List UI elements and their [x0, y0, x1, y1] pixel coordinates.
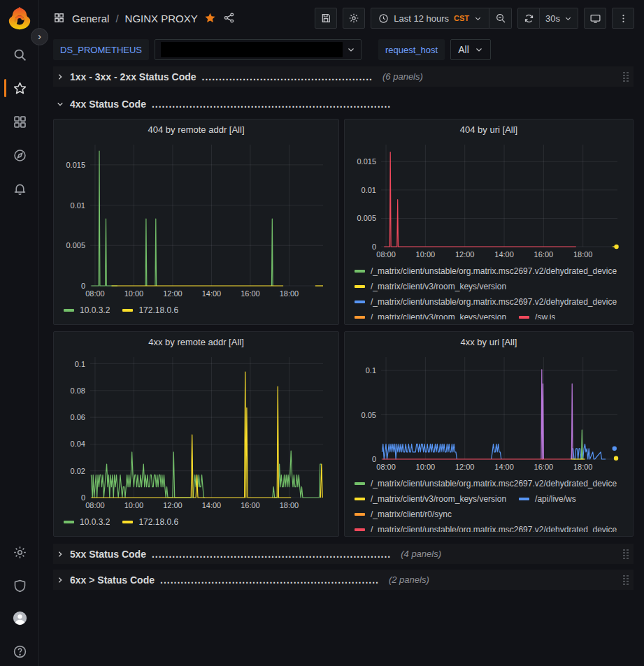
refresh-interval-label: 30s [545, 13, 560, 24]
svg-text:08:00: 08:00 [85, 501, 105, 509]
legend-swatch [355, 316, 365, 319]
panel-title[interactable]: 4xx by uri [All] [350, 335, 627, 352]
row-title-dots: ........................................… [152, 549, 391, 560]
legend-label: /_matrix/client/v3/room_keys/version [371, 282, 506, 291]
row-drag-handle[interactable] [622, 574, 629, 586]
dashboard-settings-button[interactable] [343, 8, 365, 29]
chevron-down-icon [564, 15, 572, 22]
save-dashboard-button[interactable] [315, 8, 337, 29]
panel-404-by-remote-addr: 404 by remote addr [All] 08:0010:0012:00… [53, 119, 339, 325]
row-panel-count: (6 panels) [382, 71, 423, 82]
svg-text:0: 0 [81, 493, 85, 502]
row-header-4xx[interactable]: 4xx Status Code ........................… [53, 94, 634, 114]
legend-item[interactable]: /_matrix/client/v3/room_keys/version [355, 491, 506, 506]
timeseries-chart[interactable]: 08:0010:0012:0014:0016:0018:0000.0050.01… [350, 139, 627, 261]
row-header-6xx[interactable]: 6xx > Status Code ......................… [53, 570, 634, 590]
refresh-icon[interactable] [517, 8, 540, 29]
legend-swatch [355, 482, 365, 485]
row-header-1xx-3xx-2xx[interactable]: 1xx - 3xx - 2xx Status Code ............… [53, 66, 634, 87]
refresh-interval-picker[interactable]: 30s [540, 8, 578, 29]
legend-item[interactable]: /sw.js [519, 310, 555, 319]
row-drag-handle[interactable] [622, 549, 629, 560]
legend-item[interactable]: /_matrix/client/unstable/org.matrix.msc2… [355, 294, 617, 309]
legend-swatch [519, 316, 529, 319]
zoom-out-time-button[interactable] [489, 8, 512, 29]
legend-swatch [519, 498, 529, 500]
legend-item[interactable]: 172.18.0.6 [122, 303, 178, 317]
sidebar: › [0, 0, 39, 666]
svg-text:18:00: 18:00 [573, 463, 593, 471]
favorite-star-icon[interactable] [204, 12, 217, 24]
svg-text:0.1: 0.1 [75, 360, 85, 368]
request-host-variable-label: request_host [378, 39, 445, 60]
timeseries-chart[interactable]: 08:0010:0012:0014:0016:0018:0000.050.1 [350, 352, 627, 473]
panel-title[interactable]: 404 by remote addr [All] [59, 122, 333, 139]
help-icon[interactable] [11, 643, 28, 660]
svg-text:12:00: 12:00 [455, 463, 475, 471]
timeseries-chart[interactable]: 08:0010:0012:0014:0016:0018:0000.020.040… [59, 352, 333, 512]
row-panel-count: (4 panels) [401, 549, 441, 559]
datasource-variable-label: DS_PROMETHEUS [53, 39, 149, 60]
apps-grid-icon [53, 12, 66, 24]
dashboard-header: General / NGINX PROXY Last 12 hours CST [39, 0, 644, 36]
svg-text:14:00: 14:00 [494, 250, 514, 259]
panel-title[interactable]: 404 by uri [All] [350, 122, 627, 139]
alerting-bell-icon[interactable] [11, 180, 28, 197]
timezone-label: CST [454, 14, 469, 22]
request-host-variable-select[interactable]: All [450, 39, 491, 60]
legend-item[interactable]: /_matrix/client/unstable/org.matrix.msc2… [355, 476, 617, 491]
explore-compass-icon[interactable] [11, 147, 28, 164]
legend-item[interactable]: /_matrix/client/v3/room_keys/version [355, 310, 506, 319]
server-admin-shield-icon[interactable] [11, 577, 28, 594]
timeseries-chart[interactable]: 08:0010:0012:0014:0016:0018:0000.0050.01… [59, 139, 333, 300]
tv-mode-button[interactable] [584, 8, 606, 29]
row-title-dots: ........................................… [152, 99, 391, 110]
legend-item[interactable]: 172.18.0.6 [122, 514, 178, 529]
legend-swatch [355, 285, 365, 288]
legend-swatch [64, 521, 74, 523]
expand-menu-button[interactable]: › [31, 28, 48, 45]
svg-text:18:00: 18:00 [280, 289, 299, 298]
datasource-variable-select[interactable] [155, 39, 362, 60]
svg-text:14:00: 14:00 [202, 501, 222, 509]
panel-legend: 10.0.3.2172.18.0.6 [59, 300, 333, 317]
breadcrumb-dashboard-title[interactable]: NGINX PROXY [125, 13, 198, 24]
row-title: 6xx > Status Code [70, 574, 155, 586]
legend-item[interactable]: /_matrix/client/v3/room_keys/version [355, 279, 506, 294]
legend-label: 10.0.3.2 [80, 305, 110, 315]
chart-svg: 08:0010:0012:0014:0016:0018:0000.020.040… [59, 352, 333, 512]
svg-text:0.015: 0.015 [357, 157, 376, 166]
legend-item[interactable]: /api/live/ws [519, 491, 576, 506]
panel-legend: /_matrix/client/unstable/org.matrix.msc2… [350, 261, 627, 319]
svg-text:0: 0 [372, 455, 376, 463]
svg-text:16:00: 16:00 [534, 250, 554, 259]
legend-item[interactable]: /_matrix/client/unstable/org.matrix.msc2… [355, 522, 617, 532]
legend-item[interactable]: /_matrix/client/unstable/org.matrix.msc2… [355, 263, 617, 278]
svg-text:12:00: 12:00 [455, 250, 475, 259]
user-avatar[interactable] [11, 609, 28, 626]
panel-title[interactable]: 4xx by remote addr [All] [59, 335, 333, 352]
configuration-gear-icon[interactable] [11, 544, 28, 560]
legend-label: /_matrix/client/unstable/org.matrix.msc2… [371, 266, 617, 276]
svg-text:08:00: 08:00 [85, 289, 105, 298]
legend-item[interactable]: 10.0.3.2 [64, 303, 110, 317]
panel-404-by-uri: 404 by uri [All] 08:0010:0012:0014:0016:… [344, 119, 634, 325]
row-header-5xx[interactable]: 5xx Status Code ........................… [53, 544, 634, 564]
starred-dashboards-icon[interactable] [11, 80, 28, 96]
legend-item[interactable]: 10.0.3.2 [64, 514, 110, 529]
search-icon[interactable] [11, 46, 28, 63]
dashboards-grid-icon[interactable] [11, 113, 28, 130]
chevron-down-icon [475, 45, 483, 54]
svg-text:0: 0 [81, 282, 85, 290]
time-range-picker[interactable]: Last 12 hours CST [371, 8, 489, 29]
chevron-down-icon [474, 15, 482, 22]
grafana-logo[interactable] [6, 5, 33, 31]
breadcrumb-folder[interactable]: General [72, 13, 109, 24]
svg-text:10:00: 10:00 [124, 289, 144, 298]
svg-text:10:00: 10:00 [124, 501, 144, 509]
row-drag-handle[interactable] [622, 71, 629, 82]
legend-item[interactable]: /_matrix/client/r0/sync [355, 507, 452, 521]
svg-text:14:00: 14:00 [494, 463, 514, 471]
share-icon[interactable] [223, 12, 236, 24]
kebab-menu-icon[interactable] [612, 8, 634, 29]
